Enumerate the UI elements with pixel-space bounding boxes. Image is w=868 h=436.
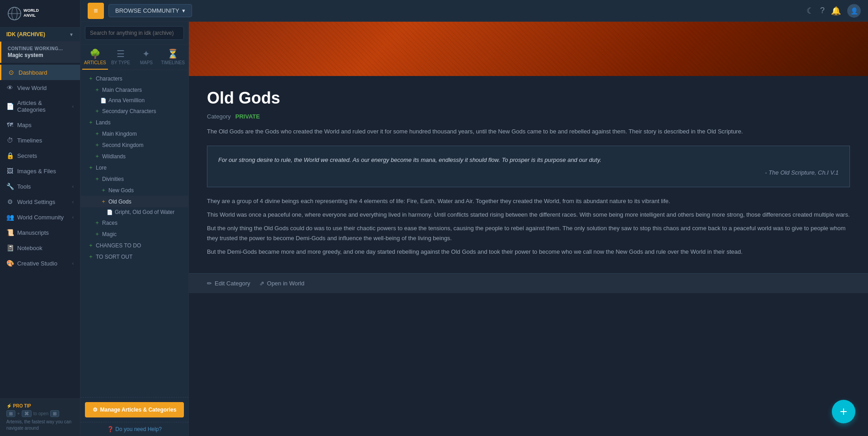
manage-icon: ⚙ bbox=[93, 407, 98, 413]
tree-item-wildlands[interactable]: ＋ Wildlands bbox=[80, 151, 188, 162]
help-icon[interactable]: ? bbox=[820, 6, 825, 15]
sidebar-item-maps[interactable]: 🗺 Maps bbox=[0, 117, 80, 133]
quote-text: For our strong desire to rule, the World… bbox=[218, 155, 839, 165]
tree-item-races[interactable]: ＋ Races bbox=[80, 217, 188, 228]
browse-community-button[interactable]: BROWSE COMMUNITY ▾ bbox=[108, 4, 192, 17]
world-community-arrow: ‹ bbox=[72, 215, 74, 220]
help-link[interactable]: ❓ Do you need Help? bbox=[80, 422, 188, 436]
quote-attribution: - The Old Scripture, Ch.I V.1 bbox=[218, 168, 839, 178]
edit-category-button[interactable]: ✏ Edit Category bbox=[207, 280, 250, 287]
expand-icon: ＋ bbox=[94, 219, 100, 227]
sidebar-item-creative-studio[interactable]: 🎨 Creative Studio ‹ bbox=[0, 256, 80, 271]
tree-item-label: Divinities bbox=[102, 176, 124, 182]
tree-item-label: Old Gods bbox=[108, 199, 131, 205]
images-icon: 🖼 bbox=[6, 167, 14, 175]
sidebar-item-label: Secrets bbox=[17, 152, 74, 159]
topbar: ≡ BROWSE COMMUNITY ▾ ☾ ? 🔔 👤 bbox=[80, 0, 868, 22]
sidebar-item-secrets[interactable]: 🔒 Secrets bbox=[0, 148, 80, 163]
plus-sign: + bbox=[17, 411, 20, 416]
theme-toggle-icon[interactable]: ☾ bbox=[807, 6, 814, 16]
tree-item-main-characters[interactable]: ＋ Main Characters bbox=[80, 84, 188, 95]
open-in-world-icon: ⇗ bbox=[259, 280, 264, 287]
tree-item-anna-vernillion[interactable]: 📄 Anna Vernillion bbox=[80, 95, 188, 105]
expand-icon: ＋ bbox=[94, 230, 100, 238]
tree-item-main-kingdom[interactable]: ＋ Main Kingdom bbox=[80, 128, 188, 139]
worldanvil-logo: WORLD ANVIL bbox=[6, 5, 52, 22]
sidebar-navigation: ⊙ Dashboard 👁 View World 📄 Articles & Ca… bbox=[0, 63, 80, 398]
tab-by-type[interactable]: ☰ BY TYPE bbox=[108, 45, 134, 70]
article-tree: ＋ Characters ＋ Main Characters 📄 Anna Ve… bbox=[80, 70, 188, 397]
browse-label: BROWSE COMMUNITY bbox=[115, 7, 179, 14]
search-input[interactable] bbox=[85, 26, 184, 40]
sidebar-item-world-community[interactable]: 👥 World Community ‹ bbox=[0, 209, 80, 225]
left-sidebar: WORLD ANVIL IDK (ARCHIVE) ▼ CONTINUE WOR… bbox=[0, 0, 80, 436]
tree-item-magic[interactable]: ＋ Magic bbox=[80, 228, 188, 240]
hamburger-button[interactable]: ≡ bbox=[88, 3, 104, 19]
articles-icon: 📄 bbox=[6, 103, 14, 110]
quote-block: For our strong desire to rule, the World… bbox=[207, 146, 850, 187]
continue-working-section[interactable]: CONTINUE WORKING... Magic system bbox=[0, 42, 80, 63]
tab-label: MAPS bbox=[140, 60, 153, 65]
tree-item-label: Lands bbox=[96, 119, 111, 126]
manuscripts-icon: 📜 bbox=[6, 229, 14, 236]
pro-tip-section: ⚡ PRO TIP ⊞ + ⌘ to open ⊞ Artemis, the f… bbox=[0, 398, 80, 436]
expand-icon: ＋ bbox=[100, 198, 107, 205]
tree-item-characters[interactable]: ＋ Characters bbox=[80, 73, 188, 84]
fab-button[interactable]: + bbox=[832, 400, 855, 423]
open-in-world-label: Open in World bbox=[267, 280, 305, 287]
sidebar-item-label: Articles & Categories bbox=[17, 100, 69, 113]
tab-articles[interactable]: 🌳 ARTICLES bbox=[82, 45, 108, 70]
sidebar-item-tools[interactable]: 🔧 Tools ‹ bbox=[0, 179, 80, 194]
fab-icon: + bbox=[840, 404, 847, 419]
article-paragraph-3: But the only thing the Old Gods could do… bbox=[207, 223, 850, 243]
continue-label: CONTINUE WORKING... bbox=[8, 46, 74, 51]
maps-icon: 🗺 bbox=[6, 121, 14, 128]
main-content: Old Gods Category PRIVATE The Old Gods a… bbox=[189, 22, 868, 436]
expand-icon: ＋ bbox=[88, 242, 94, 249]
manage-articles-button[interactable]: ⚙ Manage Articles & Categories bbox=[85, 402, 184, 417]
view-world-icon: 👁 bbox=[6, 84, 14, 91]
sidebar-item-label: Maps bbox=[17, 122, 74, 128]
tree-item-new-gods[interactable]: ＋ New Gods bbox=[80, 185, 188, 196]
pro-tip-description: Artemis, the fastest way you can navigat… bbox=[6, 419, 74, 431]
world-selector[interactable]: IDK (ARCHIVE) ▼ bbox=[0, 28, 80, 42]
browse-arrow: ▾ bbox=[182, 7, 185, 14]
sidebar-item-dashboard[interactable]: ⊙ Dashboard bbox=[0, 65, 80, 80]
sidebar-item-world-settings[interactable]: ⚙ World Settings ‹ bbox=[0, 194, 80, 209]
tree-item-lore[interactable]: ＋ Lore bbox=[80, 162, 188, 173]
tree-item-label: TO SORT OUT bbox=[96, 254, 132, 260]
open-in-world-button[interactable]: ⇗ Open in World bbox=[259, 280, 305, 287]
by-type-tab-icon: ☰ bbox=[117, 48, 125, 59]
to-open-text: to open bbox=[33, 411, 48, 416]
user-avatar[interactable]: 👤 bbox=[847, 4, 861, 18]
articles-arrow: ‹ bbox=[72, 104, 74, 109]
search-box bbox=[80, 22, 188, 45]
tab-label: ARTICLES bbox=[84, 60, 106, 65]
tree-item-label: Lore bbox=[96, 165, 107, 171]
sidebar-item-label: Creative Studio bbox=[17, 260, 69, 267]
sidebar-item-view-world[interactable]: 👁 View World bbox=[0, 80, 80, 95]
sidebar-item-images[interactable]: 🖼 Images & Files bbox=[0, 163, 80, 179]
tree-item-old-gods[interactable]: ＋ Old Gods bbox=[80, 196, 188, 207]
tree-item-to-sort-out[interactable]: ＋ TO SORT OUT bbox=[80, 251, 188, 262]
tree-item-secondary-characters[interactable]: ＋ Secondary Characters bbox=[80, 105, 188, 117]
sidebar-item-timelines[interactable]: ⏱ Timelines bbox=[0, 133, 80, 148]
sidebar-item-label: Notebook bbox=[17, 245, 74, 251]
tree-item-lands[interactable]: ＋ Lands bbox=[80, 117, 188, 128]
creative-studio-icon: 🎨 bbox=[6, 260, 14, 267]
expand-icon: ＋ bbox=[100, 186, 107, 194]
tab-maps[interactable]: ✦ MAPS bbox=[133, 45, 159, 70]
pro-tip-label: ⚡ PRO TIP bbox=[6, 403, 74, 408]
notifications-icon[interactable]: 🔔 bbox=[831, 6, 841, 16]
tree-item-divinities[interactable]: ＋ Divinities bbox=[80, 173, 188, 185]
tree-item-gripht[interactable]: 📄 Gripht, Old God of Water bbox=[80, 207, 188, 217]
sidebar-item-articles[interactable]: 📄 Articles & Categories ‹ bbox=[0, 95, 80, 117]
tree-item-label: Races bbox=[102, 220, 117, 226]
tree-item-changes-to-do[interactable]: ＋ CHANGES TO DO bbox=[80, 240, 188, 251]
sidebar-item-manuscripts[interactable]: 📜 Manuscripts bbox=[0, 225, 80, 240]
tree-item-second-kingdom[interactable]: ＋ Second Kingdom bbox=[80, 139, 188, 151]
tree-item-label: Magic bbox=[102, 231, 117, 237]
sidebar-item-notebook[interactable]: 📓 Notebook bbox=[0, 240, 80, 256]
expand-icon: ＋ bbox=[88, 75, 94, 82]
tab-timelines[interactable]: ⏳ TIMELINES bbox=[159, 45, 187, 70]
